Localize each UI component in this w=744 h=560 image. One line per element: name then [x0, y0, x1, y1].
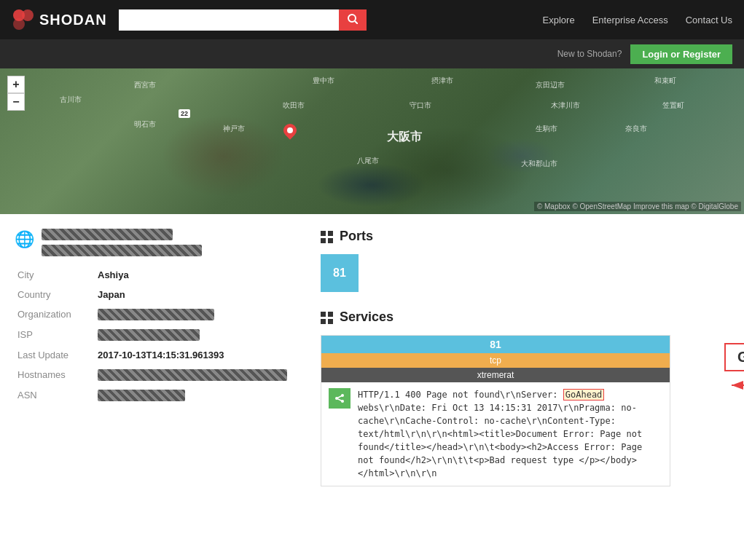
goahead-callout-box: GoAhead	[724, 343, 744, 371]
last-update-label: Last Update	[15, 345, 95, 365]
country-label: Country	[15, 285, 95, 304]
svg-line-8	[337, 395, 342, 398]
logo-area: Shodan	[12, 8, 107, 31]
map-background: 古川市 西宮市 豊中市 摂津市 京田辺市 和束町 吹田市 守口市 木津川市 笠置…	[0, 68, 744, 214]
sub-header: New to Shodan? Login or Register	[0, 39, 744, 68]
grid-cell-s2	[328, 312, 333, 317]
map-label-6: 和束町	[654, 76, 676, 86]
map-label-2: 西宮市	[134, 80, 156, 90]
search-input[interactable]	[119, 9, 339, 31]
goahead-callout-container: GoAhead	[724, 343, 744, 396]
share-icon	[334, 393, 345, 403]
login-register-button[interactable]: Login or Register	[630, 44, 732, 64]
goahead-callout-text: GoAhead	[737, 349, 744, 365]
service-protocol-bar: tcp	[321, 353, 670, 368]
map-label-9: 木津川市	[551, 100, 580, 111]
svg-point-2	[13, 18, 25, 30]
isp-label: ISP	[15, 325, 95, 345]
map-label-4: 摂津市	[431, 76, 453, 86]
ip-address-redacted	[42, 229, 173, 240]
service-port-bar: 81	[321, 336, 670, 353]
ip-section: 🌐	[15, 229, 291, 256]
services-title-text: Services	[340, 309, 393, 325]
svg-point-1	[22, 9, 34, 21]
map-label-10: 笠置町	[662, 100, 684, 111]
svg-line-9	[337, 398, 342, 401]
asn-value	[95, 385, 291, 406]
org-value	[95, 304, 291, 325]
left-panel: 🌐 City Ashiya Country Japan Organization	[15, 229, 291, 498]
map-container: 古川市 西宮市 豊中市 摂津市 京田辺市 和束町 吹田市 守口市 木津川市 笠置…	[0, 68, 744, 214]
map-attribution: © Mapbox © OpenStreetMap Improve this ma…	[534, 202, 741, 211]
nav-explore[interactable]: Explore	[543, 15, 575, 25]
grid-cell-1	[321, 231, 326, 236]
goahead-arrow	[724, 374, 744, 396]
service-port-value: 81	[490, 339, 501, 350]
map-label-12: 神戸市	[223, 124, 245, 134]
map-label-14: 奈良市	[625, 124, 647, 134]
service-body: HTTP/1.1 400 Page not found\r\nServer: G…	[321, 382, 670, 486]
table-row-last-update: Last Update 2017-10-13T14:15:31.961393	[15, 345, 291, 365]
service-card: 81 tcp xtremerat H	[321, 335, 670, 486]
hostnames-label: Hostnames	[15, 365, 95, 385]
map-location-pin	[283, 124, 297, 144]
country-value: Japan	[95, 285, 291, 304]
city-label: City	[15, 265, 95, 285]
ports-title-text: Ports	[340, 229, 373, 244]
last-update-value: 2017-10-13T14:15:31.961393	[95, 345, 291, 365]
map-label-8: 守口市	[410, 100, 431, 111]
logo-text: Shodan	[39, 12, 107, 28]
map-label-7: 吹田市	[283, 100, 305, 111]
map-label-11: 明石市	[134, 119, 156, 130]
asn-label: ASN	[15, 385, 95, 406]
grid-cell-4	[328, 238, 333, 243]
map-road-22: 22	[179, 109, 190, 118]
service-share-button[interactable]	[329, 388, 351, 409]
service-name-bar: xtremerat	[321, 368, 670, 382]
ports-section-title: Ports	[321, 229, 729, 244]
table-row-asn: ASN	[15, 385, 291, 406]
main-header: Shodan Explore Enterprise Access Contact…	[0, 0, 744, 39]
services-section-title: Services	[321, 309, 729, 325]
search-button[interactable]	[339, 9, 367, 31]
zoom-in-button[interactable]: +	[7, 76, 25, 93]
right-panel: Ports 81 Services 81 tcp xtremerat	[321, 229, 729, 498]
new-to-shodan-text: New to Shodan?	[557, 49, 622, 59]
grid-cell-s4	[328, 319, 333, 324]
port-value: 81	[333, 267, 346, 280]
table-row-country: Country Japan	[15, 285, 291, 304]
zoom-out-button[interactable]: −	[7, 93, 25, 111]
hostnames-redacted	[98, 369, 287, 381]
service-text-body: HTTP/1.1 400 Page not found\r\nServer: G…	[358, 388, 662, 480]
isp-value	[95, 325, 291, 345]
map-controls[interactable]: + −	[7, 76, 25, 111]
nav-enterprise[interactable]: Enterprise Access	[592, 15, 668, 25]
map-label-16: 大和郡山市	[521, 159, 557, 169]
shodan-logo-icon	[12, 8, 35, 31]
map-overlay	[0, 68, 744, 214]
nav-contact[interactable]: Contact Us	[686, 15, 732, 25]
table-row-isp: ISP	[15, 325, 291, 345]
main-nav: Explore Enterprise Access Contact Us	[543, 15, 732, 25]
port-badge[interactable]: 81	[321, 254, 359, 292]
search-bar[interactable]	[119, 9, 367, 31]
map-label-3: 豊中市	[313, 76, 334, 86]
city-value: Ashiya	[95, 265, 291, 285]
hostnames-value	[95, 365, 291, 385]
ports-grid-icon	[321, 231, 334, 244]
goahead-highlight: GoAhead	[563, 389, 605, 401]
info-table: City Ashiya Country Japan Organization I…	[15, 265, 291, 406]
grid-cell-3	[321, 238, 326, 243]
map-label-1: 古川市	[60, 95, 82, 105]
org-label: Organization	[15, 304, 95, 325]
map-label-osaka: 大阪市	[387, 130, 422, 145]
service-protocol-value: tcp	[490, 355, 501, 366]
ip-extra-redacted	[42, 245, 202, 256]
service-name-value: xtremerat	[477, 370, 514, 380]
map-label-15: 八尾市	[357, 156, 379, 166]
grid-cell-s1	[321, 312, 326, 317]
grid-cell-2	[328, 231, 333, 236]
svg-line-4	[355, 21, 358, 24]
grid-cell-s3	[321, 319, 326, 324]
table-row-hostnames: Hostnames	[15, 365, 291, 385]
